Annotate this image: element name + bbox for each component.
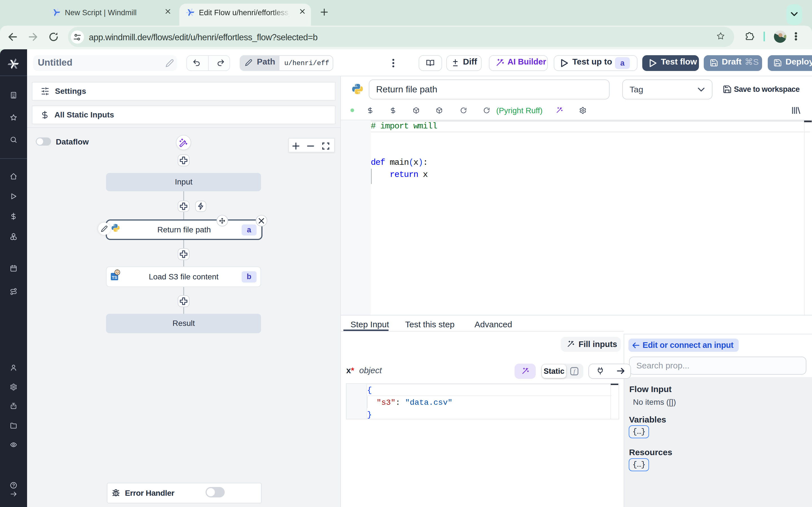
svg-text:TS: TS [112, 275, 117, 280]
svg-text:f: f [573, 369, 576, 374]
